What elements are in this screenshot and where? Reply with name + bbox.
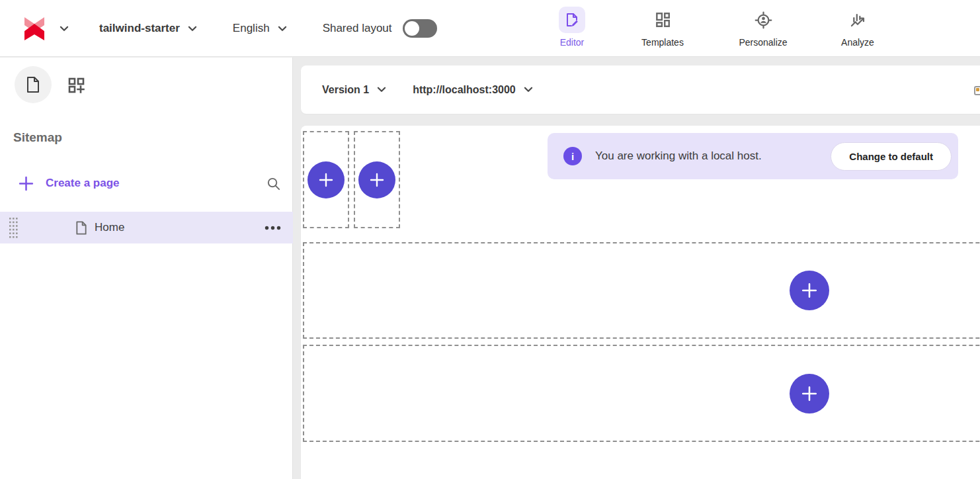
- preview-url-chevron[interactable]: [524, 87, 533, 93]
- personalize-target-icon: [750, 7, 776, 33]
- plus-icon: [318, 172, 334, 188]
- preview-toolbar: Version 1 http://localhost:3000: [301, 65, 980, 114]
- editor-doc-pencil-icon: [559, 7, 585, 33]
- plus-icon: [801, 385, 818, 402]
- analyze-chart-icon: [844, 7, 871, 33]
- tab-editor[interactable]: Editor: [539, 7, 605, 48]
- partial-toolbar-icon[interactable]: [974, 86, 980, 95]
- change-to-default-button[interactable]: Change to default: [831, 142, 952, 171]
- tab-templates[interactable]: Templates: [630, 7, 696, 48]
- header-left-cluster: tailwind-starter English Shared layout: [0, 0, 437, 57]
- pages-view-button[interactable]: [15, 66, 52, 103]
- templates-grid-icon: [649, 7, 676, 33]
- toggle-knob: [405, 21, 419, 36]
- preview-url-selector[interactable]: http://localhost:3000: [413, 84, 516, 96]
- localhost-banner: i You are working with a local host. Cha…: [548, 133, 958, 179]
- ellipsis-icon: [265, 226, 281, 230]
- shared-layout-toggle[interactable]: [403, 19, 437, 38]
- component-dropzone-small-2[interactable]: [354, 131, 400, 228]
- shared-layout-label: Shared layout: [323, 22, 392, 35]
- banner-message: You are working with a local host.: [595, 150, 762, 163]
- plus-icon: [369, 172, 385, 188]
- tab-templates-label: Templates: [641, 37, 684, 48]
- chevron-down-icon: [278, 26, 287, 32]
- language-chevron[interactable]: [278, 26, 287, 32]
- component-dropzone-row-1[interactable]: [303, 242, 980, 339]
- page-icon: [75, 220, 88, 236]
- plus-icon: [801, 282, 818, 299]
- add-component-button[interactable]: [790, 374, 829, 414]
- page-canvas: i You are working with a local host. Cha…: [301, 126, 980, 479]
- workspace-menu-chevron[interactable]: [60, 26, 69, 32]
- version-chevron[interactable]: [377, 87, 386, 93]
- component-dropzone-small-1[interactable]: [303, 131, 349, 228]
- page-icon: [25, 76, 41, 93]
- chevron-down-icon: [188, 26, 197, 32]
- search-icon: [266, 176, 281, 191]
- add-component-button[interactable]: [790, 271, 829, 310]
- plus-icon: [19, 176, 34, 191]
- tab-editor-label: Editor: [560, 37, 585, 48]
- project-selector[interactable]: tailwind-starter: [99, 22, 180, 35]
- page-title: Home: [95, 221, 124, 234]
- create-a-page-link[interactable]: Create a page: [46, 177, 120, 190]
- add-component-button[interactable]: [358, 161, 395, 198]
- create-page-row: Create a page: [0, 166, 293, 200]
- component-dropzone-row-2[interactable]: [303, 345, 980, 442]
- chevron-down-icon: [377, 87, 386, 93]
- sitemap-title: Sitemap: [13, 130, 62, 145]
- chevron-down-icon: [524, 87, 533, 93]
- version-selector[interactable]: Version 1: [322, 84, 369, 96]
- info-icon: i: [563, 147, 582, 165]
- tab-personalize[interactable]: Personalize: [730, 7, 796, 48]
- project-chevron[interactable]: [188, 26, 197, 32]
- uniform-editor-app: tailwind-starter English Shared layout: [0, 0, 980, 479]
- uniform-logo-icon: [24, 16, 45, 41]
- grid-plus-icon: [68, 77, 86, 93]
- language-selector[interactable]: English: [233, 22, 270, 35]
- drag-handle-icon[interactable]: [9, 218, 18, 238]
- add-component-button[interactable]: [307, 161, 345, 198]
- chevron-down-icon: [60, 26, 69, 32]
- sitemap-sidebar: Sitemap Create a page: [0, 58, 293, 479]
- page-options-button[interactable]: [265, 226, 281, 230]
- components-view-button[interactable]: [67, 76, 86, 95]
- uniform-logo[interactable]: [24, 16, 45, 41]
- sitemap-item-home[interactable]: Home: [0, 212, 293, 243]
- search-pages-button[interactable]: [266, 176, 281, 191]
- tab-analyze-label: Analyze: [841, 37, 874, 48]
- tab-analyze[interactable]: Analyze: [825, 7, 891, 48]
- app-header: tailwind-starter English Shared layout: [0, 0, 980, 57]
- tab-personalize-label: Personalize: [739, 37, 787, 48]
